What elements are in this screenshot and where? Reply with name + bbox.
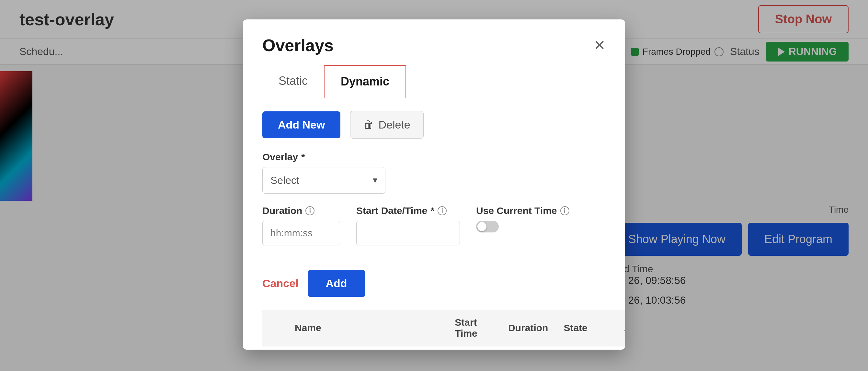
use-current-time-label: Use Current Time i — [476, 205, 569, 216]
table-header-row: Name Start Time Duration State Action — [262, 310, 625, 346]
add-new-button[interactable]: Add New — [262, 111, 340, 138]
col-name: Name — [287, 310, 447, 346]
col-checkbox — [262, 310, 287, 346]
tab-dynamic[interactable]: Dynamic — [324, 65, 406, 98]
delete-button[interactable]: 🗑 Delete — [350, 111, 423, 139]
start-datetime-field-group: Start Date/Time * i — [356, 205, 460, 245]
overlays-table: Name Start Time Duration State Action EP… — [262, 310, 625, 350]
row-duration-cell — [500, 346, 556, 350]
start-datetime-label: Start Date/Time * i — [356, 205, 460, 216]
tab-static[interactable]: Static — [262, 65, 324, 98]
use-current-time-group: Use Current Time i — [476, 205, 569, 232]
overlays-modal: Overlays ✕ Static Dynamic Add New 🗑 Dele… — [243, 20, 625, 350]
table-row: EPL-position table 5ff478d7249b411d92b70… — [262, 346, 625, 350]
add-button[interactable]: Add — [308, 270, 365, 297]
modal-close-button[interactable]: ✕ — [594, 38, 606, 53]
use-current-time-info-icon[interactable]: i — [560, 206, 569, 215]
modal-tabs: Static Dynamic — [243, 65, 625, 98]
duration-label: Duration i — [262, 205, 340, 216]
start-datetime-info-icon[interactable]: i — [438, 206, 446, 215]
modal-overlay: Overlays ✕ Static Dynamic Add New 🗑 Dele… — [0, 0, 868, 371]
row-checkbox-cell — [262, 346, 287, 350]
form-row: Duration i Start Date/Time * i Use C — [262, 205, 606, 257]
overlay-label: Overlay * — [262, 151, 606, 163]
modal-title: Overlays — [262, 36, 334, 55]
col-state: State — [556, 310, 616, 346]
col-action: Action — [616, 310, 625, 346]
col-start-time: Start Time — [447, 310, 500, 346]
table-header: Name Start Time Duration State Action — [262, 310, 625, 346]
row-state-cell: INACTIVE — [556, 346, 616, 350]
overlay-select-wrapper: Select ▼ — [262, 167, 385, 194]
modal-body: Add New 🗑 Delete Overlay * Select ▼ — [243, 98, 625, 350]
start-datetime-input[interactable] — [356, 221, 460, 245]
duration-field-group: Duration i — [262, 205, 340, 245]
row-name-cell: EPL-position table 5ff478d7249b411d92b70… — [287, 346, 447, 350]
row-action-cell: ⬛ 🗑 ✏ — [616, 346, 625, 350]
overlay-field-group: Overlay * Select ▼ — [262, 151, 606, 194]
form-buttons: Cancel Add — [262, 270, 606, 297]
trash-icon: 🗑 — [363, 119, 374, 131]
table-body: EPL-position table 5ff478d7249b411d92b70… — [262, 346, 625, 350]
row-start-time-cell: Jul 19, 11:26:01 — [447, 346, 500, 350]
cancel-button[interactable]: Cancel — [262, 277, 299, 290]
overlay-select[interactable]: Select — [262, 167, 385, 194]
duration-input[interactable] — [262, 221, 340, 245]
duration-info-icon[interactable]: i — [305, 206, 314, 215]
modal-header: Overlays ✕ — [243, 20, 625, 65]
action-row: Add New 🗑 Delete — [262, 111, 606, 139]
use-current-time-toggle[interactable] — [476, 221, 499, 232]
col-duration: Duration — [500, 310, 556, 346]
